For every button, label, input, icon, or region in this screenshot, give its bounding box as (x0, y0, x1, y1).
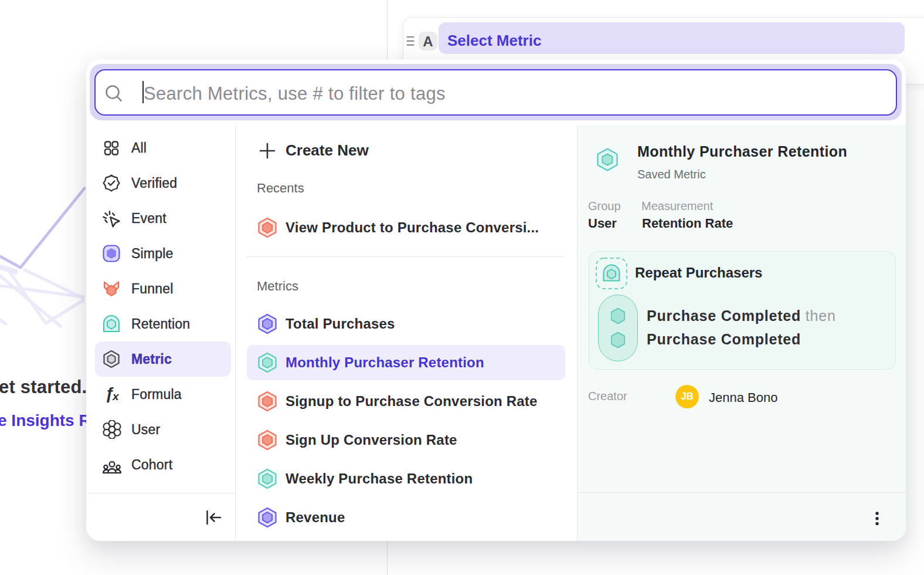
svg-text:x: x (112, 390, 120, 402)
